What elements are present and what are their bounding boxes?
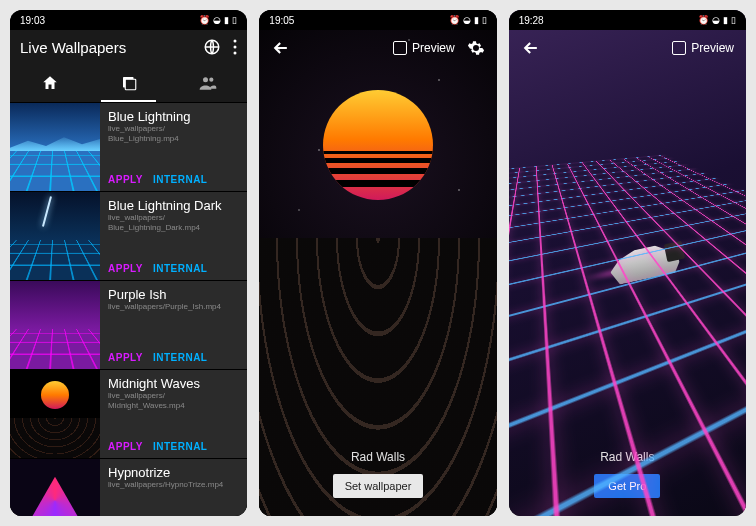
item-path: live_wallpapers/HypnoTrize.mp4 [108, 480, 239, 490]
back-icon[interactable] [271, 38, 291, 58]
clock: 19:05 [269, 15, 294, 26]
wifi-icon: ◒ [712, 15, 720, 25]
gear-icon[interactable] [467, 39, 485, 57]
svg-point-3 [234, 52, 237, 55]
battery-icon: ▯ [731, 15, 736, 25]
signal-icon: ▮ [723, 15, 728, 25]
alarm-icon: ⏰ [199, 15, 210, 25]
tab-gallery[interactable] [89, 64, 168, 102]
back-icon[interactable] [521, 38, 541, 58]
status-bar: 19:05 ⏰ ◒ ▮ ▯ [259, 10, 496, 30]
svg-point-6 [203, 77, 208, 82]
preview-bottom-bar: Rad Walls Get Pro [509, 440, 746, 516]
item-title: Blue Lightning [108, 109, 239, 124]
item-path: live_wallpapers/ Midnight_Waves.mp4 [108, 391, 239, 410]
apply-button[interactable]: APPLY [108, 174, 143, 185]
alarm-icon: ⏰ [698, 15, 709, 25]
battery-icon: ▯ [482, 15, 487, 25]
list-item[interactable]: Hypnotrize live_wallpapers/HypnoTrize.mp… [10, 459, 247, 516]
status-icons: ⏰ ◒ ▮ ▯ [199, 15, 237, 25]
tab-home[interactable] [10, 64, 89, 102]
item-title: Blue Lightning Dark [108, 198, 239, 213]
brand-label: Rad Walls [600, 450, 654, 464]
item-path: live_wallpapers/Purple_Ish.mp4 [108, 302, 239, 312]
set-wallpaper-button[interactable]: Set wallpaper [333, 474, 424, 498]
wifi-icon: ◒ [463, 15, 471, 25]
internal-button[interactable]: INTERNAL [153, 352, 208, 363]
status-icons: ⏰ ◒ ▮ ▯ [698, 15, 736, 25]
app-title: Live Wallpapers [20, 39, 126, 56]
wallpaper-list[interactable]: Blue Lightning live_wallpapers/ Blue_Lig… [10, 103, 247, 516]
phone-screen-preview-car: 19:28 ⏰ ◒ ▮ ▯ Preview Rad Walls Get Pro [509, 10, 746, 516]
item-title: Hypnotrize [108, 465, 239, 480]
thumbnail [10, 370, 100, 458]
svg-point-2 [234, 46, 237, 49]
clock: 19:28 [519, 15, 544, 26]
preview-label: Preview [412, 41, 455, 55]
phone-screen-preview-sun: 19:05 ⏰ ◒ ▮ ▯ Preview Rad Walls Set wall… [259, 10, 496, 516]
alarm-icon: ⏰ [449, 15, 460, 25]
list-item[interactable]: Purple Ish live_wallpapers/Purple_Ish.mp… [10, 281, 247, 370]
internal-button[interactable]: INTERNAL [153, 441, 208, 452]
overflow-menu-icon[interactable] [233, 39, 237, 55]
signal-icon: ▮ [224, 15, 229, 25]
signal-icon: ▮ [474, 15, 479, 25]
preview-checkbox[interactable]: Preview [393, 41, 455, 55]
app-bar: Live Wallpapers [10, 30, 247, 64]
thumbnail [10, 192, 100, 280]
preview-checkbox[interactable]: Preview [672, 41, 734, 55]
apply-button[interactable]: APPLY [108, 441, 143, 452]
globe-icon[interactable] [203, 38, 221, 56]
item-path: live_wallpapers/ Blue_Lightning_Dark.mp4 [108, 213, 239, 232]
preview-bottom-bar: Rad Walls Set wallpaper [259, 440, 496, 516]
checkbox-icon [672, 41, 686, 55]
internal-button[interactable]: INTERNAL [153, 263, 208, 274]
preview-top-bar: Preview [259, 30, 496, 66]
clock: 19:03 [20, 15, 45, 26]
item-title: Midnight Waves [108, 376, 239, 391]
thumbnail [10, 281, 100, 369]
status-bar: 19:03 ⏰ ◒ ▮ ▯ [10, 10, 247, 30]
battery-icon: ▯ [232, 15, 237, 25]
status-bar: 19:28 ⏰ ◒ ▮ ▯ [509, 10, 746, 30]
status-icons: ⏰ ◒ ▮ ▯ [449, 15, 487, 25]
list-item[interactable]: Blue Lightning Dark live_wallpapers/ Blu… [10, 192, 247, 281]
get-pro-button[interactable]: Get Pro [594, 474, 660, 498]
svg-point-1 [234, 40, 237, 43]
checkbox-icon [393, 41, 407, 55]
tab-bar [10, 64, 247, 103]
thumbnail [10, 103, 100, 191]
item-path: live_wallpapers/ Blue_Lightning.mp4 [108, 124, 239, 143]
apply-button[interactable]: APPLY [108, 352, 143, 363]
phone-screen-list: 19:03 ⏰ ◒ ▮ ▯ Live Wallpapers [10, 10, 247, 516]
apply-button[interactable]: APPLY [108, 263, 143, 274]
tab-community[interactable] [168, 64, 247, 102]
item-title: Purple Ish [108, 287, 239, 302]
brand-label: Rad Walls [351, 450, 405, 464]
wifi-icon: ◒ [213, 15, 221, 25]
internal-button[interactable]: INTERNAL [153, 174, 208, 185]
preview-label: Preview [691, 41, 734, 55]
preview-top-bar: Preview [509, 30, 746, 66]
thumbnail [10, 459, 100, 516]
list-item[interactable]: Midnight Waves live_wallpapers/ Midnight… [10, 370, 247, 459]
list-item[interactable]: Blue Lightning live_wallpapers/ Blue_Lig… [10, 103, 247, 192]
svg-point-7 [209, 78, 213, 82]
svg-rect-5 [125, 79, 136, 90]
